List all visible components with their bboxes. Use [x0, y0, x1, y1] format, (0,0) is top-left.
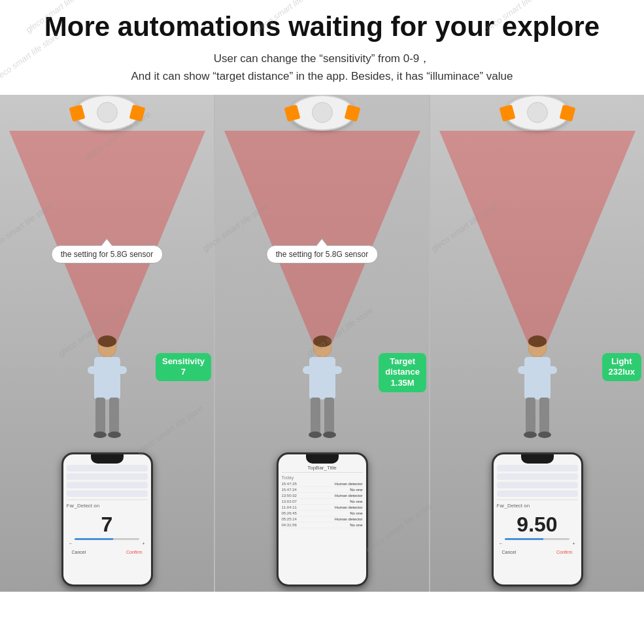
screen-btns-1: Cancel Confirm [67, 547, 148, 556]
svg-rect-11 [309, 357, 335, 399]
phone-1: Far_Detect on 7 −+ Cancel Confirm [61, 452, 153, 586]
person-1 [84, 333, 130, 454]
log-row: 15:47:25Human detector [282, 481, 363, 487]
screen-label-3: Far_Detect on [497, 503, 578, 509]
phone-3: Far_Detect on 9.50 −+ Cancel Confirm [492, 452, 583, 586]
person-3 [515, 333, 560, 454]
svg-rect-2 [94, 357, 120, 399]
header: More automations waiting for your explor… [0, 0, 644, 91]
svg-point-10 [313, 335, 331, 347]
phone-notch-3 [521, 454, 554, 464]
phone-screen-3: Far_Detect on 9.50 −+ Cancel Confirm [494, 454, 581, 585]
screen-row [497, 473, 578, 480]
svg-rect-4 [115, 366, 127, 374]
log-row: 13:50:32Human detector [282, 493, 363, 499]
svg-point-25 [524, 432, 537, 438]
screen-row [497, 482, 578, 488]
phone-notch-1 [91, 454, 124, 464]
svg-rect-14 [311, 398, 320, 433]
panels-container: the setting for 5.8G sensor [0, 95, 644, 592]
device-2 [290, 95, 355, 131]
svg-rect-24 [539, 398, 549, 433]
beam-3 [439, 131, 636, 366]
svg-rect-3 [88, 366, 99, 374]
phone-notch-2 [306, 454, 339, 464]
green-badge-3: Light 232lux [602, 353, 641, 382]
svg-point-19 [528, 335, 547, 347]
panel-log: the setting for 5.8G sensor Target dista… [215, 95, 430, 592]
log-row: 15:47:24No one [282, 487, 363, 493]
screen-row [67, 465, 148, 471]
svg-point-17 [323, 432, 336, 438]
log-row: 04:31:56No one [282, 522, 363, 528]
speech-bubble-1: the setting for 5.8G sensor [51, 245, 163, 263]
cancel-btn-1[interactable]: Cancel [72, 550, 86, 554]
panel-illuminance: Light 232lux Far_Detect on 9.50 [430, 95, 644, 592]
svg-rect-20 [524, 357, 551, 399]
device-3 [505, 95, 570, 131]
subtitle-line2: And it can show “target distance” in the… [131, 70, 513, 82]
svg-rect-5 [95, 398, 105, 433]
screen-big-value-1: 7 [67, 513, 148, 537]
svg-rect-15 [324, 398, 334, 433]
log-row: 13:02:07No one [282, 499, 363, 505]
svg-rect-21 [518, 366, 530, 374]
device-1 [75, 95, 140, 131]
green-badge-2: Target distance 1.35M [379, 353, 426, 393]
screen-row [497, 490, 578, 497]
svg-rect-6 [109, 398, 119, 433]
screen-btns-3: Cancel Confirm [497, 547, 578, 556]
subtitle: User can change the “sensitivity” from 0… [20, 50, 624, 85]
subtitle-line1: User can change the “sensitivity” from 0… [214, 52, 431, 65]
screen-row [497, 465, 578, 471]
phone-screen-1: Far_Detect on 7 −+ Cancel Confirm [63, 454, 151, 585]
log-row: 05:26:45No one [282, 511, 363, 517]
person-2 [299, 333, 345, 454]
screen-big-value-3: 9.50 [497, 513, 578, 537]
svg-point-1 [98, 335, 116, 347]
main-title: More automations waiting for your explor… [20, 12, 624, 42]
svg-point-26 [538, 432, 551, 438]
screen-row [67, 482, 148, 488]
screen-row [67, 473, 148, 480]
svg-rect-12 [303, 366, 314, 374]
phone-screen-2: TopBar_Title Today 15:47:25Human detecto… [279, 454, 366, 585]
phone-2: TopBar_Title Today 15:47:25Human detecto… [277, 452, 368, 586]
svg-point-7 [93, 432, 107, 438]
log-row: 11:04:11Human detector [282, 505, 363, 511]
speech-bubble-2: the setting for 5.8G sensor [266, 245, 378, 263]
svg-point-8 [108, 432, 121, 438]
svg-rect-13 [330, 366, 342, 374]
green-badge-1: Sensitivity 7 [156, 353, 211, 382]
confirm-btn-1[interactable]: Confirm [126, 550, 143, 554]
screen-today-2: Today [282, 475, 363, 480]
confirm-btn-3[interactable]: Confirm [556, 550, 573, 554]
screen-topbar-2: TopBar_Title [282, 465, 363, 473]
screen-label-1: Far_Detect on [67, 503, 148, 509]
svg-point-16 [309, 432, 322, 438]
svg-rect-22 [545, 366, 557, 374]
panel-sensitivity: the setting for 5.8G sensor [0, 95, 215, 592]
svg-rect-23 [526, 398, 535, 433]
cancel-btn-3[interactable]: Cancel [502, 550, 517, 554]
page-wrapper: gleco smart life store gleco smart life … [0, 0, 644, 644]
log-row: 05:25:14Human detector [282, 517, 363, 522]
screen-row [67, 490, 148, 497]
